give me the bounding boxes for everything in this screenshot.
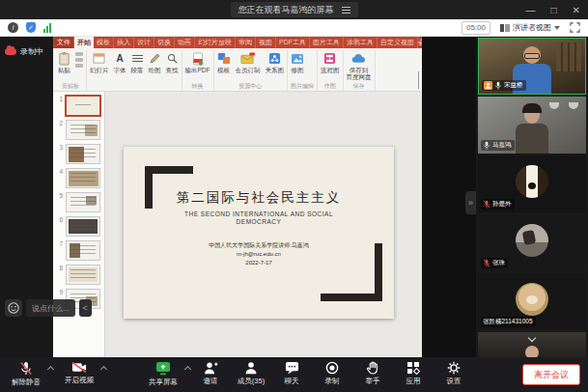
slide-thumb-7[interactable]: 7 bbox=[56, 240, 102, 261]
slide-date: 2022-7-17 bbox=[124, 259, 394, 267]
avatar bbox=[516, 224, 548, 257]
current-slide: 第二国际与社会民主主义 THE SECOND INTERNATIONAL AND… bbox=[124, 147, 394, 319]
tab-home[interactable]: 开始 bbox=[74, 37, 94, 48]
format-painter-icon[interactable] bbox=[75, 64, 83, 68]
tab-transition[interactable]: 切换 bbox=[154, 37, 175, 48]
slide-subtitle-line2: DEMOCRACY bbox=[124, 218, 394, 226]
pencil-icon bbox=[149, 51, 160, 66]
raise-hand-button[interactable]: 举手 bbox=[352, 361, 393, 387]
diagram-button[interactable]: 关系图 bbox=[266, 50, 285, 73]
tab-insert[interactable]: 插入 bbox=[114, 37, 134, 48]
security-shield-icon[interactable]: ✓ bbox=[26, 22, 36, 33]
emoji-button[interactable] bbox=[5, 299, 22, 317]
fullscreen-button[interactable] bbox=[570, 22, 580, 33]
video-options-chevron[interactable] bbox=[100, 366, 107, 373]
mic-options-chevron[interactable] bbox=[47, 366, 54, 373]
participant-tile-3[interactable]: 孙楚外 bbox=[478, 155, 586, 212]
meeting-info-icon[interactable]: i bbox=[8, 22, 18, 33]
find-button[interactable]: 查找 bbox=[166, 50, 179, 73]
paste-button[interactable]: 粘贴 bbox=[58, 50, 70, 73]
tab-review[interactable]: 审阅 bbox=[236, 37, 256, 48]
photo-edit-button[interactable]: 修图 bbox=[291, 50, 304, 73]
tab-view[interactable]: 视图 bbox=[256, 37, 276, 48]
paragraph-button[interactable]: 段落 bbox=[131, 50, 144, 73]
font-label: 字体 bbox=[114, 67, 126, 73]
chat-input[interactable]: 说点什么... bbox=[26, 299, 75, 317]
diagram-icon bbox=[268, 51, 281, 66]
ribbon-collapse-button[interactable] bbox=[418, 72, 419, 90]
apps-button[interactable]: 应用 bbox=[393, 361, 434, 387]
member-custom-button[interactable]: 会员订制 bbox=[236, 50, 261, 73]
meeting-bottom-bar: 解除静音 开启视频 共享屏 bbox=[0, 357, 588, 392]
tab-picture-tools[interactable]: 图片工具 bbox=[310, 37, 344, 48]
flowchart-label: 流程图 bbox=[321, 67, 340, 73]
chat-icon bbox=[285, 361, 299, 375]
minimize-button[interactable]: — bbox=[526, 5, 536, 15]
record-button[interactable]: 录制 bbox=[312, 361, 352, 387]
save-to-cloud-button[interactable]: 保存到 百度网盘 bbox=[347, 50, 372, 80]
slide-thumb-4[interactable]: 4 bbox=[56, 168, 102, 188]
tab-slideshow[interactable]: 幻灯片放映 bbox=[195, 37, 236, 48]
tab-template[interactable]: 模板 bbox=[94, 37, 114, 48]
recording-label: 录制中 bbox=[20, 46, 43, 57]
participant-name: 孙楚外 bbox=[492, 200, 512, 209]
participant-tile-6[interactable] bbox=[478, 332, 586, 357]
template-button[interactable]: 模板 bbox=[217, 50, 231, 73]
slide-thumb-5[interactable]: 5 bbox=[56, 192, 102, 212]
view-mode-selector[interactable]: 演讲者视图 bbox=[500, 22, 560, 33]
participant-tile-4[interactable]: 张珠 bbox=[478, 214, 586, 271]
slide-title: 第二国际与社会民主主义 bbox=[124, 189, 394, 207]
watching-screen-banner[interactable]: 您正在观看马嘉鸿的屏幕 bbox=[231, 2, 358, 17]
mic-muted-icon bbox=[483, 200, 490, 209]
participant-tile-1[interactable]: 宋益桥 bbox=[478, 38, 586, 95]
share-screen-button[interactable]: 共享屏幕 bbox=[143, 361, 183, 387]
unmute-button[interactable]: 解除静音 bbox=[6, 361, 46, 387]
camera-off-icon bbox=[71, 361, 87, 374]
close-button[interactable]: ✕ bbox=[573, 5, 580, 15]
settings-button[interactable]: 设置 bbox=[434, 361, 474, 387]
magnifier-icon bbox=[167, 51, 178, 66]
cut-copy-format-buttons[interactable] bbox=[75, 50, 83, 68]
leave-meeting-button[interactable]: 离开会议 bbox=[522, 364, 580, 385]
tab-doodle-tools[interactable]: 涂鸦工具 bbox=[344, 37, 378, 48]
record-label: 录制 bbox=[325, 377, 340, 386]
maximize-button[interactable]: □ bbox=[551, 5, 557, 15]
banner-menu-icon[interactable] bbox=[342, 5, 350, 15]
chat-button[interactable]: 聊天 bbox=[271, 361, 312, 387]
slide-thumb-6[interactable]: 6 bbox=[56, 216, 102, 237]
paragraph-icon bbox=[132, 51, 143, 66]
chat-collapse-button[interactable]: < bbox=[79, 299, 92, 317]
participant-name: 张珠 bbox=[492, 259, 505, 267]
tab-design[interactable]: 设计 bbox=[134, 37, 154, 48]
shared-wps-window: 文件 开始 模板 插入 设计 切换 动画 幻灯片放映 审阅 视图 PDF工具 图… bbox=[53, 37, 422, 357]
cut-icon[interactable] bbox=[75, 52, 83, 56]
ribbon-group-edit: 幻灯片 A 字体 段落 绘图 bbox=[87, 50, 182, 91]
slides-button[interactable]: 幻灯片 bbox=[90, 50, 109, 73]
panel-expander-button[interactable]: » bbox=[465, 191, 476, 214]
slide-email: m-jh@ruc.edu.cn bbox=[124, 250, 394, 259]
tab-animation[interactable]: 动画 bbox=[175, 37, 195, 48]
tab-file[interactable]: 文件 bbox=[54, 37, 74, 48]
template-label: 模板 bbox=[217, 67, 230, 73]
flowchart-button[interactable]: 流程图 bbox=[321, 50, 340, 73]
members-button[interactable]: 成员(35) bbox=[231, 361, 271, 387]
tab-custom-view[interactable]: 自定义视图 bbox=[378, 37, 418, 48]
font-button[interactable]: A 字体 bbox=[114, 50, 126, 73]
export-pdf-button[interactable]: 输出PDF bbox=[185, 50, 210, 73]
photo-edit-label: 修图 bbox=[292, 67, 304, 73]
slide-thumb-2[interactable]: 2 bbox=[56, 120, 102, 140]
start-video-button[interactable]: 开启视频 bbox=[59, 361, 99, 385]
copy-icon[interactable] bbox=[75, 58, 83, 62]
invite-button[interactable]: 邀请 bbox=[190, 361, 231, 387]
cloud-record-icon bbox=[5, 48, 16, 55]
slide-thumb-1[interactable]: 1 bbox=[56, 96, 102, 116]
participant-tile-5[interactable]: 张胜楠211431005 bbox=[478, 273, 586, 330]
slide-thumb-3[interactable]: 3 bbox=[56, 144, 102, 164]
slide-thumb-8[interactable]: 8 bbox=[56, 265, 102, 285]
draw-button[interactable]: 绘图 bbox=[149, 50, 161, 73]
wps-workspace: 1 2 3 4 5 6 7 bbox=[53, 92, 422, 357]
invite-label: 邀请 bbox=[204, 377, 218, 386]
save-cloud-label-2: 百度网盘 bbox=[347, 73, 372, 80]
participant-tile-2[interactable]: 马嘉鸿 bbox=[478, 97, 586, 154]
tab-pdf-tools[interactable]: PDF工具 bbox=[276, 37, 310, 48]
